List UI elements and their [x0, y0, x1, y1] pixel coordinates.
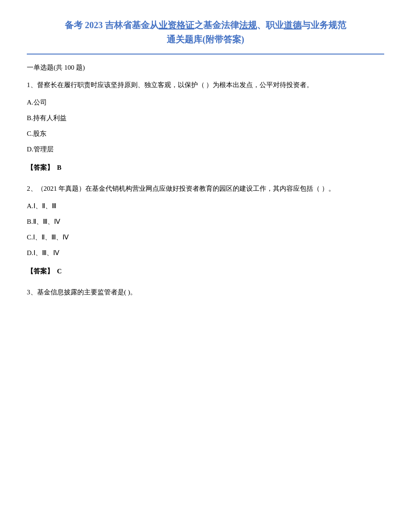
question-1-option-a: A.公司: [27, 96, 384, 109]
question-1-option-b: B.持有人利益: [27, 112, 384, 124]
question-2-text: 2、（2021 年真题）在基金代销机构营业网点应做好投资者教育的园区的建设工作，…: [27, 183, 384, 195]
question-1-text: 1、督察长在履行职责时应该坚持原则、独立客观，以保护（ ）为根本出发点，公平对待…: [27, 79, 384, 91]
header-title-line2: 通关题库(附带答案): [27, 32, 384, 46]
question-2-option-a: A.Ⅰ、Ⅱ、Ⅲ: [27, 200, 384, 212]
question-1-answer: 【答案】 B: [27, 162, 384, 174]
question-2-option-c: C.Ⅰ、Ⅱ、Ⅲ、Ⅳ: [27, 231, 384, 243]
question-1-option-c: C.股东: [27, 128, 384, 140]
question-3: 3、基金信息披露的主要监管者是( )。: [27, 286, 384, 298]
question-2: 2、（2021 年真题）在基金代销机构营业网点应做好投资者教育的园区的建设工作，…: [27, 183, 384, 277]
header-title-line1: 备考 2023 吉林省基金从业资格证之基金法律法规、职业道德与业务规范: [27, 18, 384, 32]
page-header: 备考 2023 吉林省基金从业资格证之基金法律法规、职业道德与业务规范 通关题库…: [27, 18, 384, 54]
question-1: 1、督察长在履行职责时应该坚持原则、独立客观，以保护（ ）为根本出发点，公平对待…: [27, 79, 384, 174]
question-2-option-b: B.Ⅱ、Ⅲ、Ⅳ: [27, 216, 384, 228]
question-3-text: 3、基金信息披露的主要监管者是( )。: [27, 286, 384, 298]
question-2-answer: 【答案】 C: [27, 265, 384, 277]
section-label: 一单选题(共 100 题): [27, 63, 384, 72]
question-2-option-d: D.Ⅰ、Ⅲ、Ⅳ: [27, 247, 384, 259]
question-1-option-d: D.管理层: [27, 143, 384, 155]
